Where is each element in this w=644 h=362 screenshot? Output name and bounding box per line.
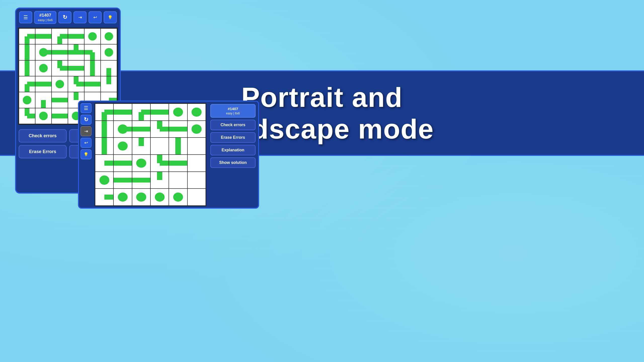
table-row: [35, 60, 52, 76]
table-row: [113, 121, 132, 138]
table-row: [132, 138, 150, 155]
ls-erase-errors-button[interactable]: Erase Errors: [210, 132, 256, 143]
landscape-grid: [95, 103, 206, 206]
table-row: [132, 155, 150, 172]
table-row: [113, 189, 132, 206]
table-row: [169, 104, 187, 121]
table-row: [150, 138, 169, 155]
table-row: [187, 189, 206, 206]
ls-puzzle-id-badge: #1407 easy | 6x6: [210, 104, 256, 118]
landscape-right-panel: #1407 easy | 6x6 Check errors Erase Erro…: [208, 102, 258, 208]
share-icon: [78, 15, 82, 20]
table-row: [169, 121, 187, 138]
table-row: [35, 108, 52, 124]
table-row: [150, 155, 169, 172]
ls-share-button[interactable]: [80, 126, 92, 136]
table-row: [150, 172, 169, 189]
table-row: [19, 108, 35, 124]
table-row: [68, 60, 84, 76]
ls-refresh-button[interactable]: [80, 115, 92, 125]
landscape-toolbar: [79, 102, 93, 208]
puzzle-sub: easy | 6x6: [37, 18, 53, 22]
ls-undo-icon: [84, 140, 88, 146]
table-row: [187, 155, 206, 172]
table-row: [113, 155, 132, 172]
puzzle-id: #1407: [37, 13, 53, 18]
table-row: [95, 138, 113, 155]
table-row: [35, 28, 52, 44]
ls-puzzle-id: #1407: [212, 106, 254, 111]
table-row: [19, 60, 35, 76]
table-row: [187, 121, 206, 138]
table-row: [52, 92, 68, 108]
ls-share-icon: [84, 128, 88, 134]
table-row: [113, 172, 132, 189]
refresh-button[interactable]: [58, 11, 71, 23]
landscape-inner: #1407 easy | 6x6 Check errors Erase Erro…: [79, 102, 258, 208]
table-row: [84, 60, 101, 76]
table-row: [101, 60, 117, 76]
table-row: [84, 44, 101, 60]
check-errors-button[interactable]: Check errors: [19, 129, 67, 143]
ls-check-errors-button[interactable]: Check errors: [210, 120, 256, 130]
table-row: [19, 28, 35, 44]
erase-errors-button[interactable]: Erase Errors: [19, 145, 67, 158]
table-row: [150, 104, 169, 121]
refresh-icon: [63, 14, 67, 21]
table-row: [169, 138, 187, 155]
table-row: [187, 138, 206, 155]
table-row: [113, 104, 132, 121]
table-row: [187, 104, 206, 121]
table-row: [95, 121, 113, 138]
landscape-device: #1407 easy | 6x6 Check errors Erase Erro…: [78, 101, 259, 209]
ls-bulb-icon: [84, 152, 89, 157]
table-row: [95, 172, 113, 189]
table-row: [68, 28, 84, 44]
table-row: [68, 44, 84, 60]
table-row: [84, 76, 101, 92]
table-row: [68, 76, 84, 92]
table-row: [169, 189, 187, 206]
menu-button[interactable]: [19, 11, 32, 23]
table-row: [35, 76, 52, 92]
undo-icon: [93, 15, 97, 20]
table-row: [52, 28, 68, 44]
table-row: [19, 76, 35, 92]
ls-show-solution-button[interactable]: Show solution: [210, 157, 256, 168]
puzzle-id-badge: #1407 easy | 6x6: [34, 11, 56, 24]
table-row: [35, 44, 52, 60]
ls-menu-button[interactable]: [80, 103, 92, 113]
table-row: [132, 104, 150, 121]
table-row: [132, 189, 150, 206]
table-row: [35, 92, 52, 108]
ls-undo-button[interactable]: [80, 138, 92, 148]
table-row: [52, 108, 68, 124]
table-row: [169, 155, 187, 172]
ls-puzzle-sub: easy | 6x6: [212, 111, 254, 116]
table-row: [101, 44, 117, 60]
ls-explanation-button[interactable]: Explanation: [210, 145, 256, 155]
game-grid-landscape: [95, 104, 206, 206]
ls-menu-icon: [84, 105, 88, 111]
table-row: [19, 44, 35, 60]
table-row: [132, 121, 150, 138]
table-row: [84, 28, 101, 44]
ls-refresh-icon: [84, 116, 88, 123]
table-row: [95, 189, 113, 206]
table-row: [150, 189, 169, 206]
table-row: [113, 138, 132, 155]
table-row: [52, 44, 68, 60]
table-row: [132, 172, 150, 189]
portrait-header: #1407 easy | 6x6: [16, 9, 120, 26]
table-row: [150, 121, 169, 138]
table-row: [19, 92, 35, 108]
banner-line1: Portrait and: [241, 82, 403, 113]
hint-button[interactable]: [104, 11, 117, 23]
share-button[interactable]: [73, 11, 87, 23]
table-row: [95, 155, 113, 172]
undo-button[interactable]: [89, 11, 102, 23]
menu-icon: [23, 14, 28, 20]
ls-hint-button[interactable]: [80, 149, 92, 159]
table-row: [169, 172, 187, 189]
table-row: [52, 76, 68, 92]
